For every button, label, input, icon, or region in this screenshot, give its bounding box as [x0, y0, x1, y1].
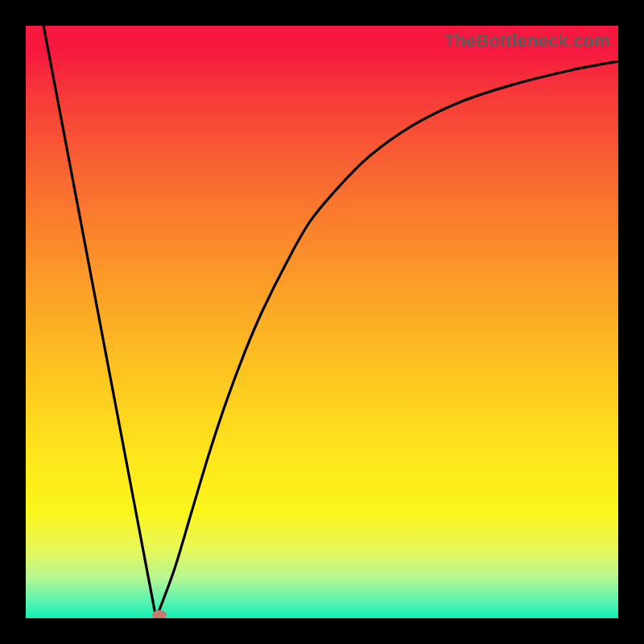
optimal-point-marker — [152, 610, 167, 618]
bottleneck-curve — [26, 26, 618, 618]
chart-frame: TheBottleneck.com — [0, 0, 644, 644]
plot-area: TheBottleneck.com — [26, 26, 618, 618]
